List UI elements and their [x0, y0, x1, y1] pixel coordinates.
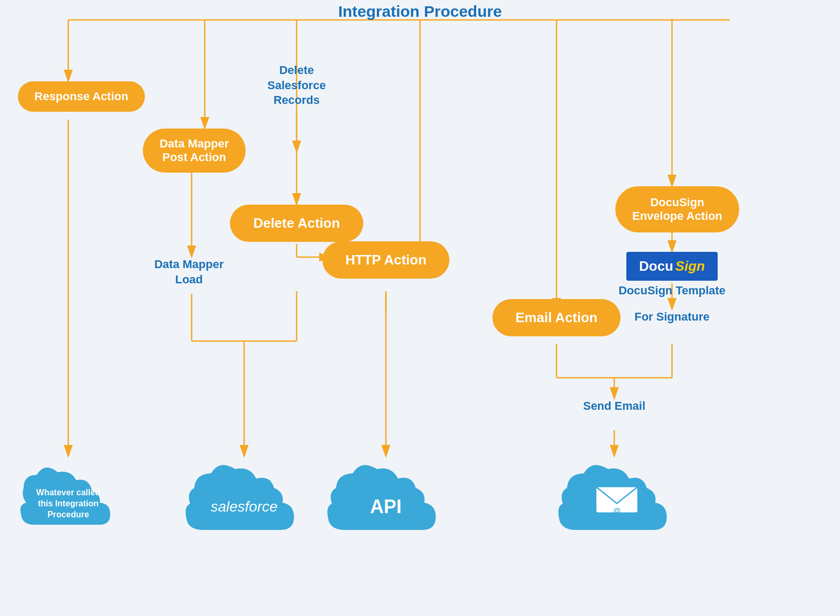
docusign-envelope-node: DocuSignEnvelope Action — [588, 186, 766, 232]
template-label: DocuSign Template — [614, 283, 730, 299]
svg-text:@: @ — [613, 506, 621, 515]
data-mapper-post-node: Data MapperPost Action — [118, 129, 270, 173]
cloud-caller: Whatever calledthis IntegrationProcedure — [16, 456, 121, 561]
delete-action-pill: Delete Action — [230, 205, 363, 242]
cloud-api-text: API — [349, 495, 423, 519]
diagram-container: Integration Procedure Response Action De… — [0, 0, 840, 616]
http-action-node: HTTP Action — [299, 241, 472, 279]
response-action-pill: Response Action — [18, 81, 145, 112]
cloud-email: @ — [556, 456, 677, 561]
delete-action-node: Delete Action — [210, 205, 383, 242]
cloud-caller-text: Whatever calledthis IntegrationProcedure — [26, 487, 110, 520]
envelope-icon: @ — [593, 482, 640, 516]
data-mapper-load-label: Data MapperLoad — [131, 257, 247, 287]
docusign-envelope-pill: DocuSignEnvelope Action — [615, 186, 739, 232]
docusign-template-box: DocuSign — [626, 252, 717, 281]
title: Integration Procedure — [326, 3, 514, 20]
send-email-label: Send Email — [567, 399, 662, 414]
data-mapper-post-pill: Data MapperPost Action — [143, 129, 246, 173]
for-signature-label: For Signature — [614, 310, 730, 325]
response-action-node: Response Action — [16, 81, 147, 112]
cloud-salesforce: salesforce — [184, 456, 304, 561]
cloud-api: API — [326, 456, 446, 561]
docusign-template-node: DocuSign — [614, 252, 730, 281]
delete-sf-records-label: DeleteSalesforce Records — [247, 63, 346, 108]
email-action-pill: Email Action — [492, 299, 621, 336]
cloud-salesforce-text: salesforce — [202, 497, 286, 516]
http-action-pill: HTTP Action — [322, 241, 450, 279]
